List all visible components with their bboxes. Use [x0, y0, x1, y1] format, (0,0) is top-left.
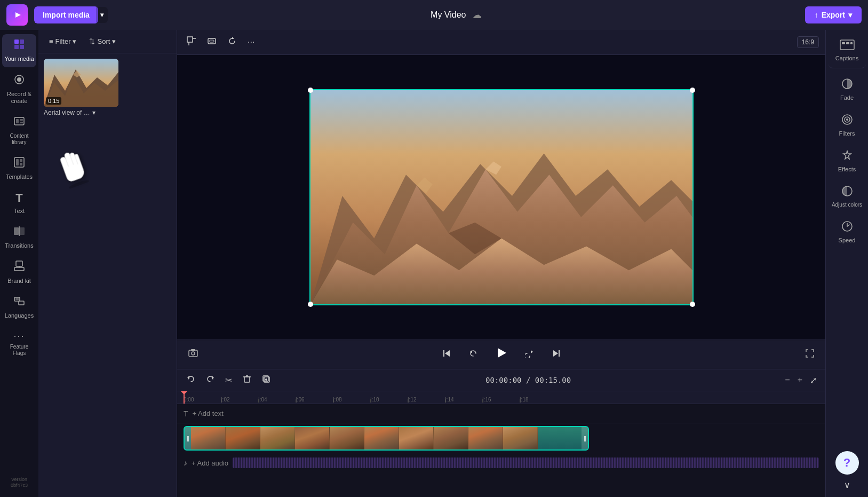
cloud-sync-icon: ☁ — [472, 9, 482, 21]
delete-button[interactable] — [240, 373, 254, 388]
svg-rect-10 — [20, 119, 23, 121]
corner-handle-tl[interactable] — [308, 88, 313, 93]
expand-timeline-button[interactable]: ⤢ — [808, 373, 819, 388]
corner-handle-br[interactable] — [690, 302, 695, 307]
effects-label: Effects — [838, 166, 856, 172]
fade-label: Fade — [840, 94, 854, 101]
clip-frames — [191, 427, 582, 449]
sidebar-item-transitions[interactable]: Transitions — [2, 221, 36, 254]
main-layout: Your media Record &create Content libr — [0, 30, 868, 497]
screenshot-button[interactable] — [188, 348, 198, 361]
zoom-in-button[interactable]: + — [795, 373, 805, 387]
media-item-dropdown-icon[interactable]: ▾ — [92, 109, 95, 116]
feature-flags-icon: ··· — [13, 330, 25, 342]
top-bar-right: ↑ Export ▾ — [805, 6, 862, 23]
svg-rect-33 — [208, 38, 216, 44]
sidebar-item-templates[interactable]: Templates — [2, 152, 36, 185]
skip-to-start-button[interactable] — [437, 346, 456, 363]
right-panel-item-effects[interactable]: Effects — [829, 144, 866, 178]
sidebar-item-record-create[interactable]: Record &create — [2, 69, 36, 109]
clip-handle-left[interactable]: ‖ — [185, 427, 191, 449]
redo-button[interactable] — [203, 373, 218, 388]
collapse-panel-button[interactable]: ∨ — [839, 477, 855, 493]
corner-handle-tr[interactable] — [690, 88, 695, 93]
sidebar-item-content-library[interactable]: Content library — [2, 111, 36, 149]
right-panel-item-filters[interactable]: Filters — [829, 108, 866, 142]
timeline-content: 0:00 |:02 |:04 |:06 |:08 |:10 |:12 |:14 … — [177, 391, 825, 497]
svg-rect-45 — [191, 349, 195, 351]
timeline-tracks: 0:00 |:02 |:04 |:06 |:08 |:10 |:12 |:14 … — [177, 391, 825, 497]
cut-button[interactable]: ✂ — [222, 373, 235, 388]
sidebar-item-languages[interactable]: Languages — [2, 291, 36, 324]
clip-frame-6 — [364, 427, 399, 449]
media-item-name: Aerial view of … — [44, 109, 90, 116]
export-button[interactable]: ↑ Export ▾ — [805, 6, 862, 23]
timeline-zoom: − + ⤢ — [783, 373, 819, 388]
preview-toolbar: ··· 16:9 — [177, 30, 825, 55]
forward-button[interactable] — [521, 346, 539, 363]
video-clip[interactable]: ‖ — [184, 426, 589, 451]
timeline-playhead[interactable] — [184, 391, 185, 404]
rewind-button[interactable] — [464, 346, 482, 363]
center-column: ··· 16:9 — [177, 30, 825, 497]
zoom-out-button[interactable]: − — [783, 373, 792, 387]
clip-frame-5 — [330, 427, 364, 449]
media-item[interactable]: 0:15 Aerial view of … ▾ — [44, 59, 118, 119]
clip-handle-right[interactable]: ‖ — [582, 427, 588, 449]
timeline-time-display: 00:00:00 / 00:15.00 — [278, 376, 778, 384]
video-track: ‖ — [177, 423, 825, 453]
rotate-button[interactable] — [224, 34, 240, 50]
media-label: Aerial view of … ▾ — [44, 107, 118, 119]
svg-rect-62 — [842, 42, 845, 44]
skip-to-end-button[interactable] — [547, 346, 566, 363]
filter-button[interactable]: ≡ Filter ▾ — [45, 35, 81, 48]
media-panel-toolbar: ≡ Filter ▾ ⇅ Sort ▾ — [38, 30, 177, 53]
right-panel-item-captions[interactable]: Captions — [829, 34, 866, 68]
filters-icon — [841, 114, 853, 128]
svg-rect-16 — [14, 227, 19, 235]
add-text-button[interactable]: + Add text — [193, 409, 224, 417]
captions-label: Captions — [835, 55, 858, 61]
corner-handle-bl[interactable] — [308, 302, 313, 307]
svg-marker-35 — [232, 37, 234, 39]
svg-point-44 — [192, 352, 195, 355]
crop-button[interactable] — [184, 34, 200, 50]
svg-point-60 — [265, 378, 267, 381]
right-panel: Captions Fade Filters — [825, 30, 868, 497]
svg-point-7 — [17, 77, 21, 82]
right-panel-item-fade[interactable]: Fade — [829, 73, 866, 106]
svg-rect-11 — [20, 122, 23, 123]
copy-button[interactable] — [259, 373, 274, 388]
more-options-button[interactable]: ··· — [244, 35, 258, 49]
right-panel-item-speed[interactable]: Speed — [829, 215, 866, 249]
add-audio-button[interactable]: + Add audio — [192, 459, 228, 467]
sidebar-label-version: Version0bf47c3 — [11, 477, 28, 488]
play-button[interactable] — [491, 344, 512, 365]
fade-icon — [841, 78, 853, 92]
ruler-mark-12: |:12 — [408, 397, 445, 403]
video-background — [310, 90, 692, 304]
mask-button[interactable] — [204, 34, 220, 50]
languages-icon — [13, 295, 25, 310]
sort-button[interactable]: ⇅ Sort ▾ — [85, 35, 120, 48]
svg-rect-47 — [443, 350, 444, 357]
fullscreen-button[interactable] — [805, 349, 815, 360]
sidebar-item-brand-kit[interactable]: Brand kit — [2, 256, 36, 289]
right-panel-item-adjust-colors[interactable]: Adjust colors — [829, 180, 866, 213]
undo-button[interactable] — [184, 373, 198, 388]
export-label: Export — [822, 11, 845, 19]
sidebar-item-your-media[interactable]: Your media — [2, 34, 36, 67]
help-button[interactable]: ? — [835, 451, 859, 475]
sidebar-item-text[interactable]: T Text — [2, 187, 36, 219]
sidebar-item-feature-flags[interactable]: ··· Feature Flags — [2, 326, 36, 361]
import-media-dropdown-button[interactable]: ▾ — [96, 7, 108, 23]
svg-rect-61 — [840, 40, 854, 50]
import-media-button[interactable]: Import media — [34, 6, 98, 23]
ruler-mark-6: |:06 — [296, 397, 333, 403]
sidebar-label-your-media: Your media — [4, 56, 34, 62]
svg-rect-19 — [14, 267, 24, 271]
ruler-mark-4: |:04 — [258, 397, 296, 403]
svg-rect-17 — [20, 227, 25, 235]
sort-icon: ⇅ — [89, 37, 95, 45]
clip-frame-8 — [434, 427, 468, 449]
